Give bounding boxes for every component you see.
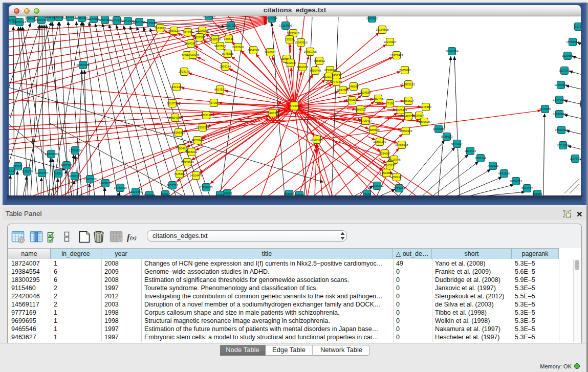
svg-text:2803144: 2803144 [220, 65, 231, 68]
svg-text:12942757: 12942757 [35, 171, 48, 174]
svg-text:10025433: 10025433 [394, 108, 407, 112]
svg-text:6899695: 6899695 [419, 120, 430, 123]
svg-text:7955812: 7955812 [314, 59, 325, 62]
svg-text:9997568: 9997568 [61, 164, 72, 167]
svg-text:23420046: 23420046 [186, 53, 199, 56]
svg-text:9115460: 9115460 [420, 105, 431, 108]
svg-text:1610755: 1610755 [167, 102, 178, 105]
svg-text:10688609: 10688609 [366, 128, 379, 132]
svg-text:12353594: 12353594 [196, 126, 209, 129]
svg-text:1156829: 1156829 [21, 170, 33, 173]
svg-text:2935114: 2935114 [475, 157, 486, 160]
svg-text:16782759: 16782759 [114, 186, 126, 189]
svg-text:9657791: 9657791 [167, 184, 178, 187]
svg-text:19756928: 19756928 [395, 143, 408, 146]
svg-text:111725: 111725 [574, 25, 581, 28]
svg-text:12909948: 12909948 [181, 161, 193, 164]
svg-text:16648784: 16648784 [445, 50, 458, 53]
svg-text:945131: 945131 [332, 74, 342, 77]
svg-text:8660124: 8660124 [168, 29, 180, 32]
svg-text:5878342: 5878342 [192, 139, 203, 142]
svg-text:841046: 841046 [295, 193, 304, 195]
svg-text:17957223: 17957223 [83, 178, 96, 181]
svg-text:1527602: 1527602 [88, 17, 99, 20]
svg-text:835001: 835001 [13, 165, 23, 168]
svg-text:391514: 391514 [9, 169, 15, 172]
svg-text:73342: 73342 [363, 192, 371, 195]
svg-text:10654923: 10654923 [399, 129, 412, 133]
svg-text:1292344: 1292344 [144, 193, 155, 195]
svg-text:9827503: 9827503 [194, 36, 205, 39]
svg-text:15751074: 15751074 [566, 40, 579, 43]
svg-text:10671355: 10671355 [133, 20, 145, 24]
svg-text:20053346: 20053346 [76, 63, 89, 67]
svg-text:924565: 924565 [533, 192, 542, 195]
svg-text:13495794: 13495794 [402, 115, 415, 118]
svg-text:14958117: 14958117 [99, 182, 112, 185]
svg-text:8813054: 8813054 [266, 17, 277, 20]
svg-text:16033809: 16033809 [202, 16, 215, 18]
svg-text:2718170: 2718170 [179, 70, 190, 73]
svg-text:6734028: 6734028 [324, 69, 336, 72]
svg-text:9357224: 9357224 [225, 24, 236, 27]
svg-text:10654112: 10654112 [510, 180, 522, 183]
svg-text:16120746: 16120746 [387, 158, 400, 161]
svg-text:19654982: 19654982 [168, 116, 181, 119]
svg-text:20364436: 20364436 [345, 99, 358, 102]
svg-text:16210643: 16210643 [553, 113, 565, 116]
svg-text:(x): (x) [130, 234, 137, 241]
svg-text:13640910: 13640910 [294, 41, 307, 44]
svg-text:23226058: 23226058 [195, 29, 208, 32]
svg-text:17016504: 17016504 [556, 144, 569, 147]
svg-text:8990448: 8990448 [310, 69, 321, 72]
svg-text:1640954: 1640954 [433, 127, 444, 130]
svg-text:8375685: 8375685 [222, 52, 233, 55]
svg-text:19384554: 19384554 [310, 138, 323, 141]
svg-text:9329966: 9329966 [562, 54, 573, 57]
svg-text:28300203: 28300203 [266, 112, 279, 115]
svg-text:15720407: 15720407 [359, 119, 372, 122]
svg-text:891295: 891295 [183, 31, 193, 34]
svg-text:12359924: 12359924 [69, 149, 81, 152]
svg-text:417004: 417004 [209, 101, 219, 104]
svg-text:18724007: 18724007 [288, 104, 300, 107]
svg-text:19218506: 19218506 [279, 24, 292, 27]
svg-text:8471626: 8471626 [498, 172, 510, 175]
svg-text:16154808: 16154808 [376, 28, 388, 31]
svg-text:133254: 133254 [285, 38, 295, 41]
svg-text:1362615: 1362615 [297, 65, 308, 69]
svg-text:180439: 180439 [54, 16, 64, 18]
svg-text:20206536: 20206536 [45, 152, 57, 156]
svg-text:3624554: 3624554 [360, 91, 371, 94]
svg-text:17334: 17334 [216, 193, 224, 195]
svg-text:1322037: 1322037 [285, 61, 296, 64]
svg-text:746266: 746266 [349, 85, 359, 88]
svg-text:1071913: 1071913 [111, 19, 122, 22]
svg-text:7514083: 7514083 [64, 16, 76, 18]
svg-text:10553287: 10553287 [75, 16, 88, 19]
svg-text:9245612: 9245612 [521, 187, 533, 190]
svg-text:7632621: 7632621 [487, 164, 498, 167]
svg-text:159546: 159546 [224, 37, 234, 40]
svg-text:7625402: 7625402 [174, 172, 185, 176]
svg-text:8454749: 8454749 [248, 49, 259, 52]
svg-text:7986322: 7986322 [355, 108, 366, 111]
svg-text:14136141: 14136141 [371, 184, 383, 187]
svg-text:1733426: 1733426 [394, 187, 405, 190]
svg-text:19166825: 19166825 [172, 131, 185, 134]
svg-text:1615132: 1615132 [384, 164, 396, 167]
svg-text:3215958: 3215958 [539, 107, 551, 111]
svg-text:10807487: 10807487 [372, 97, 384, 100]
svg-text:62160: 62160 [386, 102, 394, 105]
svg-text:8938923: 8938923 [441, 135, 452, 138]
svg-text:252214: 252214 [392, 176, 402, 179]
svg-text:9084067: 9084067 [379, 152, 390, 155]
svg-text:18807249: 18807249 [373, 140, 386, 143]
svg-text:15692931: 15692931 [555, 128, 568, 132]
svg-text:1498222: 1498222 [186, 150, 197, 154]
svg-text:13716485: 13716485 [200, 186, 212, 189]
svg-text:7485003: 7485003 [399, 69, 410, 72]
svg-text:7515546: 7515546 [145, 21, 157, 25]
svg-text:16961758: 16961758 [303, 50, 316, 53]
svg-text:8186328: 8186328 [209, 38, 221, 41]
